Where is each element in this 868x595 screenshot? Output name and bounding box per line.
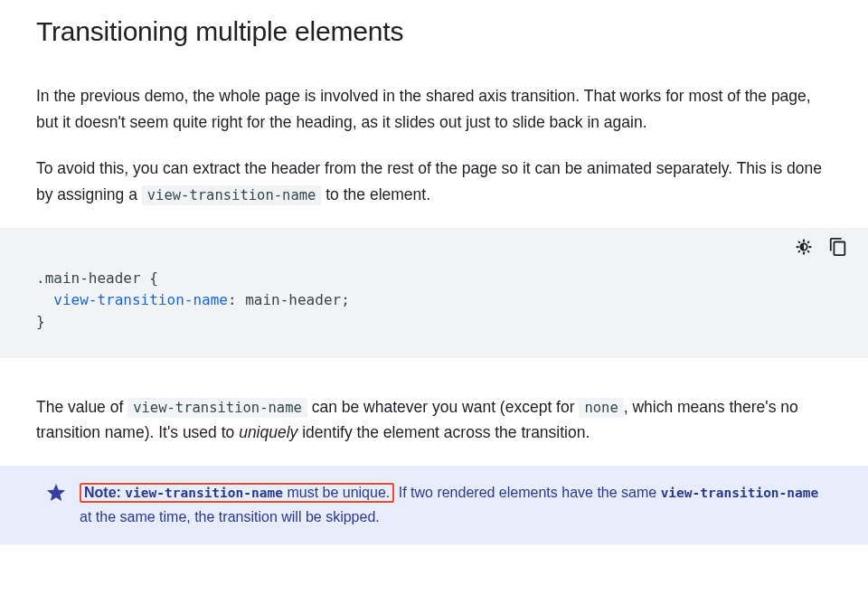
note-highlight: Note: view-transition-name must be uniqu…: [80, 483, 394, 503]
paragraph-3: The value of view-transition-name can be…: [36, 394, 832, 447]
inline-code: view-transition-name: [661, 486, 819, 500]
text: If two rendered elements have the same: [394, 485, 660, 500]
paragraph-2: To avoid this, you can extract the heade…: [36, 156, 832, 208]
text: to the element.: [321, 185, 430, 203]
code-content: .main-header { view-transition-name: mai…: [0, 228, 868, 358]
paragraph-1: In the previous demo, the whole page is …: [36, 83, 832, 136]
inline-code: view-transition-name: [125, 486, 283, 500]
inline-code: view-transition-name: [142, 185, 322, 205]
text: can be whatever you want (except for: [307, 398, 580, 416]
text: must be unique.: [283, 485, 390, 500]
star-icon: [45, 482, 67, 504]
text: at the same time, the transition will be…: [80, 509, 380, 524]
note-body: Note: view-transition-name must be uniqu…: [80, 480, 832, 529]
code-block: .main-header { view-transition-name: mai…: [0, 228, 868, 358]
code-property: view-transition-name: [53, 291, 228, 308]
note-callout: Note: view-transition-name must be uniqu…: [0, 466, 868, 543]
copy-icon[interactable]: [828, 237, 848, 260]
inline-code: none: [579, 398, 623, 418]
inline-code: view-transition-name: [127, 398, 307, 418]
text: The value of: [36, 398, 127, 416]
note-label: Note:: [84, 485, 121, 500]
code-value: main-header: [245, 291, 341, 308]
text-emphasis: uniquely: [239, 423, 297, 441]
text: identify the element across the transiti…: [297, 423, 590, 441]
theme-toggle-icon[interactable]: [794, 237, 814, 260]
section-heading: Transitioning multiple elements: [36, 16, 832, 47]
code-selector: .main-header: [36, 269, 141, 287]
